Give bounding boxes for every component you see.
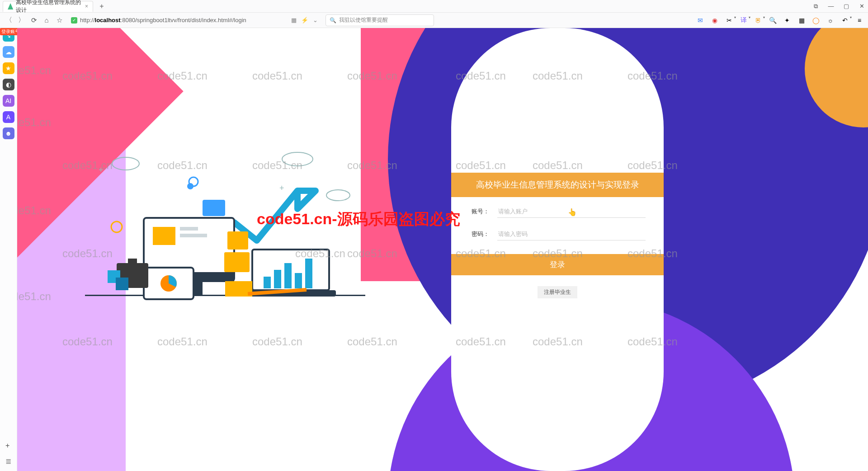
- nav-back-icon[interactable]: 〈: [5, 16, 13, 24]
- weibo-icon[interactable]: ◉: [711, 16, 719, 24]
- sidebar-app-4[interactable]: ◐: [3, 79, 14, 90]
- toolbar-right-icons: ✉ ◉ ✂▾ 译▾ ⛨▾ 🔍 ✦ ▦ ◯ ☼ ↶▾ ≡: [696, 16, 863, 24]
- vue-favicon-icon: [8, 3, 13, 9]
- tab-title: 高校毕业生信息管理系统的设计: [16, 0, 82, 14]
- site-security-icon: ✓: [71, 17, 77, 24]
- page-viewport: + + ○: [17, 28, 868, 471]
- zoom-icon[interactable]: 🔍: [769, 16, 777, 24]
- window-titlebar: 高校毕业生信息管理系统的设计 × + ⧉ — ▢ ✕: [0, 0, 868, 13]
- svg-rect-23: [128, 259, 137, 264]
- svg-text:+: +: [99, 165, 104, 174]
- browser-search-box[interactable]: 🔍 我驻以使馆重要提醒: [326, 14, 434, 26]
- search-placeholder: 我驻以使馆重要提醒: [339, 16, 388, 24]
- sidebar-list-icon[interactable]: ≣: [5, 457, 11, 466]
- translate-icon[interactable]: 译▾: [740, 16, 748, 24]
- browser-tab[interactable]: 高校毕业生信息管理系统的设计 ×: [3, 1, 93, 12]
- undo-icon[interactable]: ↶▾: [841, 16, 849, 24]
- shield-icon[interactable]: ⛨▾: [754, 16, 762, 24]
- svg-point-2: [282, 152, 313, 166]
- svg-rect-17: [264, 277, 271, 288]
- window-close-icon[interactable]: ✕: [858, 3, 865, 10]
- browser-toolbar: 〈 〉 ⟳ ⌂ ☆ ✓ http://localhost:8080/spring…: [0, 13, 868, 28]
- nav-forward-icon[interactable]: 〉: [17, 16, 25, 24]
- svg-point-30: [111, 221, 122, 232]
- tab-close-icon[interactable]: ×: [85, 3, 88, 9]
- sidebar-app-5[interactable]: AI: [3, 95, 14, 107]
- login-form: 高校毕业生信息管理系统的设计与实现登录 账号： 密码： 登录 注册毕业生: [451, 173, 664, 309]
- dropdown-icon[interactable]: ⌄: [313, 17, 318, 24]
- hero-illustration: + + ○: [85, 146, 365, 308]
- mail-icon[interactable]: ✉: [696, 16, 704, 24]
- settings-icon[interactable]: ☼: [826, 16, 835, 24]
- qr-icon[interactable]: ▦: [291, 17, 297, 24]
- sidebar-app-3[interactable]: ★: [3, 62, 14, 74]
- svg-point-3: [326, 190, 350, 201]
- window-maximize-icon[interactable]: ▢: [843, 3, 850, 10]
- new-tab-button[interactable]: +: [97, 1, 107, 11]
- svg-rect-25: [227, 231, 248, 250]
- svg-rect-24: [203, 200, 225, 216]
- window-pip-icon[interactable]: ⧉: [812, 3, 819, 10]
- window-controls: ⧉ — ▢ ✕: [812, 3, 865, 10]
- sidebar-app-2[interactable]: ☁: [3, 46, 14, 58]
- search-icon: 🔍: [330, 17, 336, 24]
- login-submit-button[interactable]: 登录: [451, 254, 664, 275]
- globe-icon[interactable]: ◯: [812, 16, 820, 24]
- svg-rect-12: [180, 234, 207, 237]
- username-label: 账号：: [469, 207, 489, 216]
- password-input[interactable]: [497, 228, 646, 240]
- svg-rect-18: [274, 270, 281, 288]
- window-minimize-icon[interactable]: —: [827, 3, 835, 10]
- svg-point-32: [187, 183, 193, 189]
- scissors-icon[interactable]: ✂▾: [725, 16, 733, 24]
- browser-sidebar: 登录账号 ➘ ☁ ★ ◐ AI A ☻ + ≣: [0, 28, 17, 471]
- svg-text:+: +: [279, 184, 284, 193]
- extensions-icon[interactable]: ✦: [783, 16, 791, 24]
- svg-rect-10: [153, 227, 175, 245]
- address-bar[interactable]: ✓ http://localhost:8080/springboot1ltvv/…: [68, 14, 321, 26]
- svg-rect-26: [224, 252, 250, 272]
- password-label: 密码：: [469, 230, 489, 238]
- login-title: 高校毕业生信息管理系统的设计与实现登录: [451, 173, 664, 197]
- svg-rect-11: [180, 227, 198, 231]
- apps-icon[interactable]: ▦: [797, 16, 806, 24]
- url-text: http://localhost:8080/springboot1ltvv/fr…: [80, 17, 246, 24]
- nav-home-icon[interactable]: ⌂: [42, 16, 51, 24]
- register-button[interactable]: 注册毕业生: [538, 286, 577, 298]
- nav-reload-icon[interactable]: ⟳: [30, 16, 38, 24]
- svg-point-1: [112, 157, 139, 170]
- sidebar-add-icon[interactable]: +: [5, 442, 11, 450]
- svg-rect-21: [305, 259, 312, 288]
- username-input[interactable]: [497, 205, 646, 218]
- svg-rect-19: [284, 263, 292, 288]
- svg-rect-34: [116, 278, 128, 290]
- sidebar-app-6[interactable]: A: [3, 111, 14, 123]
- menu-icon[interactable]: ≡: [855, 16, 863, 24]
- nav-favorite-icon[interactable]: ☆: [55, 16, 63, 24]
- svg-rect-20: [295, 273, 302, 288]
- fast-icon[interactable]: ⚡: [301, 17, 308, 24]
- sidebar-app-7[interactable]: ☻: [3, 127, 14, 139]
